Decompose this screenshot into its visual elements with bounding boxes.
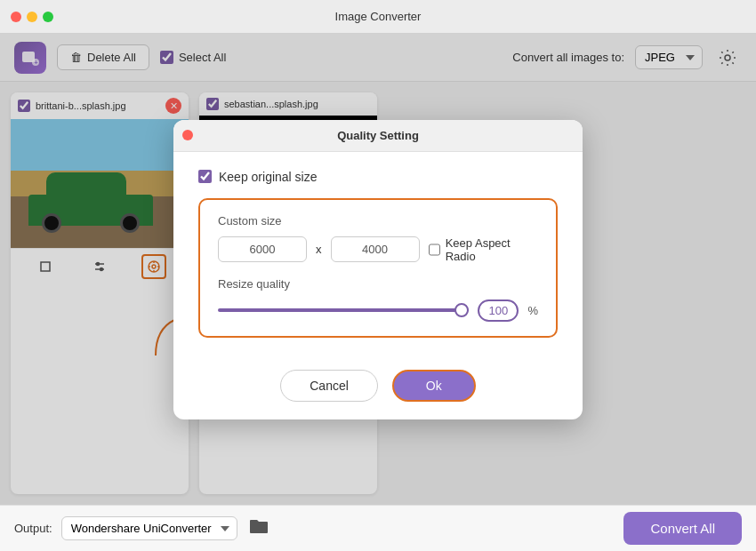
- slider-row: 100 %: [218, 299, 538, 322]
- size-x-separator: x: [316, 243, 322, 256]
- dialog-footer: Cancel Ok: [173, 355, 583, 419]
- keep-aspect-label: Keep Aspect Radio: [446, 236, 538, 263]
- keep-aspect-row: Keep Aspect Radio: [429, 236, 539, 263]
- keep-aspect-checkbox[interactable]: [429, 244, 440, 256]
- quality-value-display: 100: [478, 299, 519, 322]
- dialog-title: Quality Setting: [337, 129, 419, 142]
- folder-browse-button[interactable]: [246, 516, 271, 541]
- minimize-traffic-light[interactable]: [27, 12, 37, 22]
- quality-setting-dialog: Quality Setting Keep original size Custo…: [173, 120, 583, 419]
- output-location-select[interactable]: Wondershare UniConverter: [61, 516, 237, 540]
- output-label: Output:: [14, 522, 52, 535]
- width-input[interactable]: [218, 236, 307, 262]
- dialog-titlebar: Quality Setting: [173, 120, 583, 152]
- traffic-lights: [11, 12, 53, 22]
- keep-original-checkbox[interactable]: [198, 170, 212, 183]
- dialog-body: Keep original size Custom size x Keep As…: [173, 152, 583, 355]
- quality-slider[interactable]: [218, 308, 469, 312]
- height-input[interactable]: [331, 236, 420, 262]
- close-traffic-light[interactable]: [11, 12, 21, 22]
- quality-percent-label: %: [527, 304, 538, 317]
- keep-original-label: Keep original size: [219, 170, 318, 184]
- title-bar: Image Converter: [0, 0, 756, 34]
- ok-button[interactable]: Ok: [392, 370, 476, 402]
- convert-all-button[interactable]: Convert All: [623, 512, 742, 545]
- bottom-bar: Output: Wondershare UniConverter Convert…: [0, 505, 756, 551]
- keep-original-row: Keep original size: [198, 170, 558, 184]
- dialog-close-button[interactable]: [182, 130, 193, 140]
- app-title: Image Converter: [335, 10, 422, 23]
- custom-size-label: Custom size: [218, 214, 538, 228]
- cancel-button[interactable]: Cancel: [280, 370, 378, 402]
- resize-quality-label: Resize quality: [218, 277, 538, 291]
- size-row: x Keep Aspect Radio: [218, 236, 538, 263]
- maximize-traffic-light[interactable]: [43, 12, 53, 22]
- quality-section: Custom size x Keep Aspect Radio Resize q…: [198, 198, 558, 338]
- modal-overlay: Quality Setting Keep original size Custo…: [0, 34, 756, 505]
